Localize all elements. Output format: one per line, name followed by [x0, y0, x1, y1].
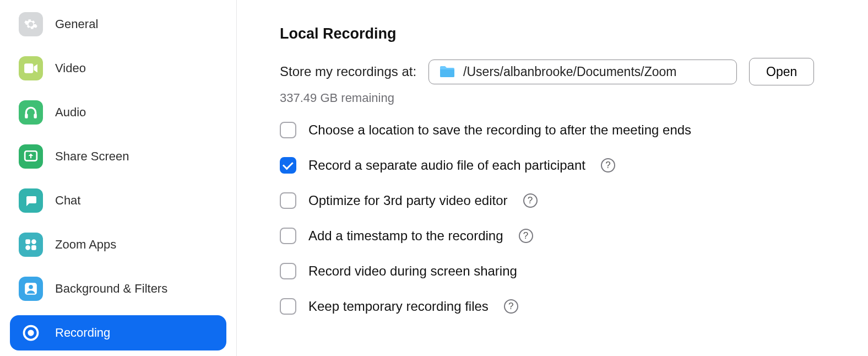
- recording-path-field[interactable]: /Users/albanbrooke/Documents/Zoom: [428, 60, 737, 84]
- sidebar-item-label: Share Screen: [55, 149, 129, 164]
- option-choose-location: Choose a location to save the recording …: [280, 122, 842, 138]
- sidebar-item-background-filters[interactable]: Background & Filters: [10, 271, 226, 306]
- option-record-video-screen-sharing: Record video during screen sharing: [280, 263, 842, 279]
- help-icon[interactable]: ?: [601, 158, 615, 172]
- sidebar-item-label: Audio: [55, 105, 86, 120]
- record-icon: [19, 321, 43, 345]
- svg-point-9: [29, 285, 33, 289]
- svg-point-5: [31, 239, 36, 244]
- option-label: Record video during screen sharing: [308, 263, 517, 279]
- checkbox-optimize-3rd-party[interactable]: [280, 192, 296, 209]
- svg-point-6: [25, 245, 30, 250]
- sidebar-item-label: Recording: [55, 326, 110, 340]
- sidebar-item-label: Video: [55, 61, 86, 75]
- apps-icon: [19, 233, 43, 257]
- store-recordings-label: Store my recordings at:: [280, 64, 416, 79]
- storage-remaining: 337.49 GB remaining: [280, 91, 842, 105]
- svg-point-11: [28, 330, 34, 336]
- sidebar-item-zoom-apps[interactable]: Zoom Apps: [10, 227, 226, 262]
- option-add-timestamp: Add a timestamp to the recording ?: [280, 228, 842, 244]
- section-title: Local Recording: [280, 25, 842, 42]
- sidebar-item-audio[interactable]: Audio: [10, 95, 226, 130]
- help-icon[interactable]: ?: [523, 193, 538, 208]
- sidebar-item-chat[interactable]: Chat: [10, 183, 226, 218]
- sidebar-item-share-screen[interactable]: Share Screen: [10, 139, 226, 174]
- settings-sidebar: General Video Audio Share Screen Chat: [0, 0, 237, 356]
- checkbox-separate-audio[interactable]: [280, 157, 296, 174]
- open-folder-button[interactable]: Open: [749, 58, 814, 85]
- sidebar-item-label: Zoom Apps: [55, 238, 116, 252]
- option-optimize-3rd-party: Optimize for 3rd party video editor ?: [280, 192, 842, 209]
- sidebar-item-recording[interactable]: Recording: [10, 315, 226, 350]
- chat-icon: [19, 188, 43, 213]
- video-icon: [19, 56, 43, 80]
- option-label: Record a separate audio file of each par…: [308, 158, 585, 173]
- sidebar-item-label: Chat: [55, 193, 80, 208]
- gear-icon: [19, 12, 43, 36]
- svg-rect-2: [34, 114, 36, 118]
- option-keep-temp-files: Keep temporary recording files ?: [280, 298, 842, 315]
- sidebar-item-label: Background & Filters: [55, 282, 167, 296]
- svg-rect-0: [24, 63, 33, 73]
- option-label: Choose a location to save the recording …: [308, 122, 691, 138]
- sidebar-item-general[interactable]: General: [10, 7, 226, 42]
- help-icon[interactable]: ?: [504, 299, 518, 314]
- checkbox-add-timestamp[interactable]: [280, 228, 296, 244]
- option-label: Keep temporary recording files: [308, 299, 489, 314]
- option-label: Optimize for 3rd party video editor: [308, 193, 508, 208]
- svg-rect-7: [31, 245, 36, 250]
- sidebar-item-video[interactable]: Video: [10, 51, 226, 86]
- checkbox-record-video-screen-sharing[interactable]: [280, 263, 296, 279]
- help-icon[interactable]: ?: [519, 229, 533, 243]
- folder-icon: [439, 65, 455, 78]
- option-separate-audio: Record a separate audio file of each par…: [280, 157, 842, 174]
- recording-settings-panel: Local Recording Store my recordings at: …: [237, 0, 868, 356]
- option-label: Add a timestamp to the recording: [308, 228, 503, 244]
- checkbox-choose-location[interactable]: [280, 122, 296, 138]
- share-screen-icon: [19, 144, 43, 169]
- person-icon: [19, 277, 43, 301]
- svg-rect-1: [25, 114, 28, 118]
- recording-path-text: /Users/albanbrooke/Documents/Zoom: [463, 64, 676, 79]
- headphones-icon: [19, 100, 43, 125]
- sidebar-item-label: General: [55, 17, 98, 31]
- checkbox-keep-temp-files[interactable]: [280, 298, 296, 315]
- svg-rect-4: [25, 239, 30, 244]
